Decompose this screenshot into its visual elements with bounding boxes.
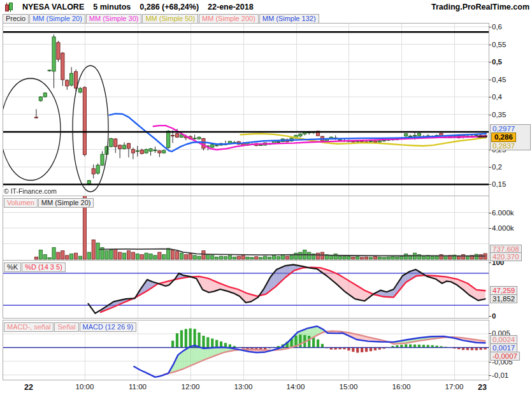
stoch-k-value-badge: 31,852 xyxy=(490,294,517,303)
ma20-value-badge: 0,2977 xyxy=(491,125,530,133)
macd-hist-value-badge: -0,0007 xyxy=(490,352,520,361)
price-tick: 0,2 xyxy=(492,163,502,171)
stochastic-panel-legend: %K%D (14 3 5) xyxy=(4,262,66,274)
legend-senal[interactable]: Señal xyxy=(54,322,78,332)
legend-mm200[interactable]: MM (Simple 200) xyxy=(199,14,259,24)
legend-precio[interactable]: Precio xyxy=(3,14,29,24)
price-tick: 0,5 xyxy=(492,58,502,66)
price-tick: 0,35 xyxy=(492,111,506,118)
timeframe-label[interactable]: 5 minutos xyxy=(93,3,131,11)
candlestick-icon xyxy=(4,2,13,12)
legend-percent-k[interactable]: %K xyxy=(4,262,21,272)
volume-tick: 6.000k xyxy=(492,209,514,217)
legend-macd-senal[interactable]: MACD-, señal xyxy=(4,322,54,332)
stoch-tick-0: 0 xyxy=(492,312,496,320)
legend-mm20[interactable]: MM (Simple 20) xyxy=(29,14,85,24)
time-label-day23: 23 xyxy=(478,383,487,392)
date-label: 22-ene-2018 xyxy=(208,3,254,11)
last-price-change: 0,286 (+68,24%) xyxy=(140,3,199,11)
legend-percent-d[interactable]: %D (14 3 5) xyxy=(22,262,66,272)
price-tick: 0,45 xyxy=(492,76,506,83)
time-label: 14:00 xyxy=(287,383,305,391)
time-label: 13:00 xyxy=(234,383,253,391)
time-label: 15:00 xyxy=(340,383,358,391)
ma50-value-badge: 0,2837 xyxy=(491,142,530,150)
stoch-d-value-badge: 47,259 xyxy=(490,286,517,295)
price-legend: PrecioMM (Simple 20)MM (Simple 30)MM (Si… xyxy=(3,14,320,23)
price-tick: 0,55 xyxy=(492,41,506,48)
copyright-label: © IT-Finance.com xyxy=(3,187,58,195)
time-label: 17:00 xyxy=(445,383,464,391)
legend-mm30[interactable]: MM (Simple 30) xyxy=(86,14,142,24)
time-label: 10:00 xyxy=(76,383,94,391)
brand-link[interactable]: Trading.ProRealTime.com xyxy=(431,3,529,11)
macd-panel-legend: MACD-, señalSeñalMACD (12 26 9) xyxy=(4,322,137,334)
macd-value-badge: 0,0017 xyxy=(490,343,517,352)
time-label: 16:00 xyxy=(392,383,411,391)
price-value-stack: 0,2977 0,286 0,2837 xyxy=(490,124,531,150)
volume-panel-legend: VolumenMM (Simple 20) xyxy=(4,198,94,210)
stochastic-panel xyxy=(3,260,489,319)
volume-ma-value-badge: 420.370 xyxy=(490,252,522,261)
time-label-day22: 22 xyxy=(24,383,33,392)
last-price-badge: 0,286 xyxy=(491,133,516,142)
legend-volumen[interactable]: Volumen xyxy=(4,198,38,208)
macd-signal-value-badge: 0,0024 xyxy=(490,335,517,344)
price-panel xyxy=(3,23,489,196)
macd-tick: -0,01 xyxy=(492,371,508,379)
price-chart-canvas[interactable] xyxy=(3,24,489,196)
symbol-name: NYESA VALORE xyxy=(22,3,84,11)
legend-mm50[interactable]: MM (Simple 50) xyxy=(142,14,198,24)
time-label: 12:00 xyxy=(182,383,200,391)
title-bar: NYESA VALORE 5 minutos 0,286 (+68,24%) 2… xyxy=(0,0,532,14)
legend-volumen-mm20[interactable]: MM (Simple 20) xyxy=(38,198,94,208)
price-tick: 0,4 xyxy=(492,93,502,101)
volume-tick: 4.000k xyxy=(492,224,514,232)
legend-macd-setting[interactable]: MACD (12 26 9) xyxy=(80,322,136,332)
price-tick: 0,15 xyxy=(492,180,506,188)
stochastic-chart-canvas[interactable] xyxy=(3,261,489,318)
price-tick: 0,6 xyxy=(492,23,502,31)
legend-mm132[interactable]: MM (Simple 132) xyxy=(259,14,319,24)
time-label: 11:00 xyxy=(129,383,147,391)
prorealtime-chart-window: NYESA VALORE 5 minutos 0,286 (+68,24%) 2… xyxy=(0,0,532,395)
